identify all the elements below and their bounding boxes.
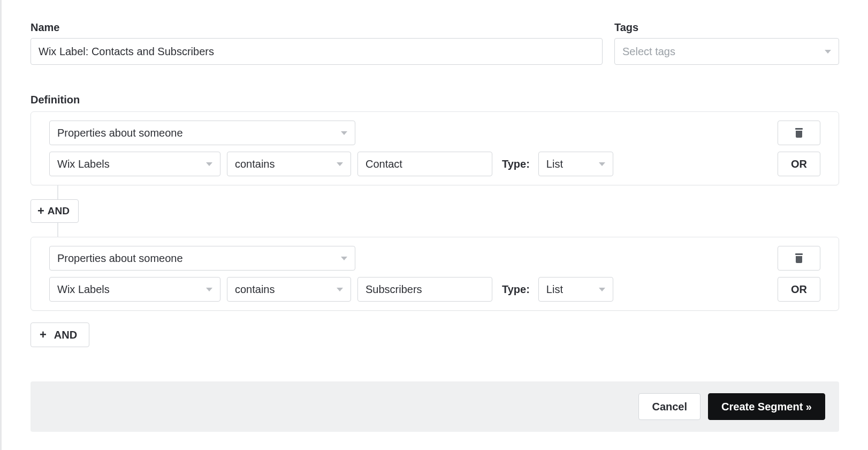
source-select-value: Properties about someone [57,252,336,265]
chevron-down-icon [599,288,605,291]
create-segment-button[interactable]: Create Segment » [708,393,825,420]
block-condition-row: Wix Labels contains Type: List OR [49,152,820,176]
property-select[interactable]: Wix Labels [49,152,220,176]
cancel-button-label: Cancel [652,401,687,413]
tags-placeholder: Select tags [622,46,819,58]
and-connector-wrap: + AND [31,185,868,237]
tags-label: Tags [614,21,839,34]
chevron-down-icon [825,50,831,54]
type-label: Type: [502,283,530,296]
property-select[interactable]: Wix Labels [49,277,220,302]
operator-select[interactable]: contains [227,277,351,302]
tags-select[interactable]: Select tags [614,38,839,65]
tags-field-group: Tags Select tags [614,21,839,65]
chevron-down-icon [206,288,212,291]
cancel-button[interactable]: Cancel [638,393,701,420]
chevron-down-icon [206,162,212,166]
and-pill[interactable]: + AND [31,199,79,223]
add-and-row: + AND [31,322,868,347]
value-input[interactable] [357,152,492,176]
plus-icon: + [37,205,44,217]
chevron-down-icon [599,162,605,166]
or-button-label: OR [791,283,807,296]
name-label: Name [31,21,603,34]
trash-icon [795,253,803,263]
source-select-value: Properties about someone [57,127,336,139]
chevron-down-icon [341,257,347,260]
type-select[interactable]: List [538,277,613,302]
definition-block: Properties about someone Wix Labels cont… [31,237,839,311]
type-label: Type: [502,158,530,170]
add-and-label: AND [54,329,77,341]
definition-block-wrap: Properties about someone Wix Labels cont… [31,237,868,311]
and-pill-label: AND [48,205,70,217]
operator-select[interactable]: contains [227,152,351,176]
block-top-row: Properties about someone [49,246,820,271]
segment-builder-page: Name Tags Select tags Definition Propert… [0,0,868,450]
definition-block: Properties about someone Wix Labels cont… [31,111,839,185]
top-row: Name Tags Select tags [31,0,868,65]
trash-icon [795,128,803,138]
operator-select-value: contains [235,283,331,296]
footer-actions: Cancel Create Segment » [31,381,839,432]
chevron-down-icon [337,162,343,166]
operator-select-value: contains [235,158,331,170]
name-input[interactable] [31,38,603,65]
block-condition-row: Wix Labels contains Type: List OR [49,277,820,302]
property-select-value: Wix Labels [57,158,201,170]
type-select-value: List [546,158,593,170]
definition-block-wrap: Properties about someone Wix Labels cont… [31,111,868,185]
definition-heading: Definition [31,94,868,106]
chevron-down-icon [337,288,343,291]
delete-block-button[interactable] [778,121,820,145]
or-button[interactable]: OR [778,152,820,176]
plus-icon: + [40,329,47,341]
type-select[interactable]: List [538,152,613,176]
add-and-button[interactable]: + AND [31,322,89,347]
type-select-value: List [546,283,593,296]
chevron-down-icon [341,131,347,135]
source-select[interactable]: Properties about someone [49,246,355,271]
and-connector: + AND [31,185,839,237]
or-button[interactable]: OR [778,277,820,302]
value-input[interactable] [357,277,492,302]
or-button-label: OR [791,158,807,170]
create-segment-button-label: Create Segment » [721,401,812,413]
block-top-row: Properties about someone [49,121,820,145]
property-select-value: Wix Labels [57,283,201,296]
delete-block-button[interactable] [778,246,820,271]
source-select[interactable]: Properties about someone [49,121,355,145]
name-field-group: Name [31,21,603,65]
